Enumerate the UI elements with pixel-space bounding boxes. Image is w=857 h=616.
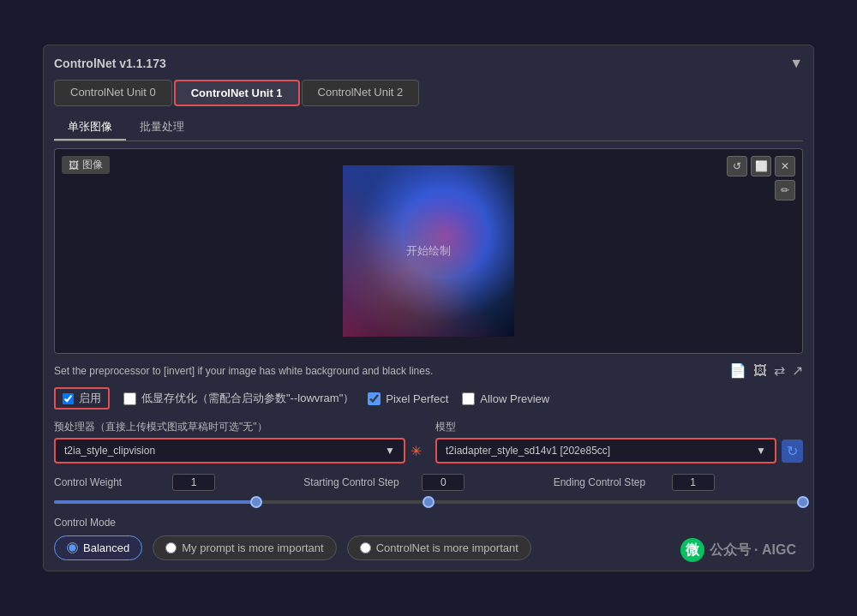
- low-vram-text: 低显存优化（需配合启动参数"--lowvram"）: [141, 391, 354, 406]
- image-label: 🖼 图像: [62, 156, 110, 174]
- image-controls-row-top: ↺ ⬜ ✕: [727, 156, 795, 176]
- radio-controlnet-important[interactable]: ControlNet is more important: [347, 535, 531, 560]
- sub-tabs: 单张图像 批量处理: [54, 115, 803, 141]
- hint-icons: 📄 🖼 ⇄ ↗: [729, 362, 803, 379]
- swap-icon[interactable]: ⇄: [774, 362, 785, 379]
- image-controls: ↺ ⬜ ✕ ✏: [727, 156, 795, 200]
- radio-controlnet-label: ControlNet is more important: [376, 541, 518, 554]
- hint-bar: Set the preprocessor to [invert] if your…: [54, 362, 803, 379]
- slider-thumb-2[interactable]: [423, 496, 434, 508]
- model-select-wrapper: t2iadapter_style_sd14v1 [202e85cc] ▼ ↻: [435, 438, 803, 463]
- tab-unit-0[interactable]: ControlNet Unit 0: [54, 80, 172, 106]
- sub-tab-single[interactable]: 单张图像: [54, 115, 126, 141]
- slider-thumb-3[interactable]: [797, 496, 809, 508]
- fire-icon[interactable]: ✳: [411, 443, 422, 459]
- send-icon[interactable]: ↗: [792, 362, 803, 379]
- combined-slider-track[interactable]: [54, 496, 803, 508]
- watermark: 微 公众号 · AIGC: [680, 538, 796, 562]
- slider-thumb-1[interactable]: [250, 496, 262, 508]
- preprocessor-model-row: 预处理器（直接上传模式图或草稿时可选"无"） t2ia_style_clipvi…: [54, 420, 803, 463]
- preprocessor-select[interactable]: t2ia_style_clipvision ▼: [54, 438, 405, 463]
- image-controls-row-bottom: ✏: [775, 180, 795, 200]
- pixel-perfect-label[interactable]: Pixel Perfect: [368, 392, 448, 405]
- rotate-icon[interactable]: ↺: [727, 156, 747, 176]
- watermark-text: 公众号 · AIGC: [710, 541, 796, 559]
- controlnet-panel: ControlNet v1.1.173 ▼ ControlNet Unit 0 …: [43, 45, 814, 571]
- radio-balanced-input[interactable]: [67, 542, 78, 553]
- doc-icon[interactable]: 📄: [729, 362, 746, 379]
- image-preview: 开始绘制: [343, 165, 514, 337]
- image-upload-area[interactable]: 🖼 图像 开始绘制 ↺ ⬜ ✕ ✏: [54, 148, 803, 354]
- model-select[interactable]: t2iadapter_style_sd14v1 [202e85cc] ▼: [435, 438, 776, 463]
- preprocessor-value: t2ia_style_clipvision: [64, 445, 155, 457]
- control-weight-value[interactable]: 1: [172, 474, 215, 491]
- model-value: t2iadapter_style_sd14v1 [202e85cc]: [446, 445, 610, 457]
- starting-step-value[interactable]: 0: [422, 474, 464, 491]
- tab-unit-1[interactable]: ControlNet Unit 1: [174, 80, 300, 106]
- preprocessor-label: 预处理器（直接上传模式图或草稿时可选"无"）: [54, 420, 422, 434]
- radio-prompt-label: My prompt is more important: [182, 541, 323, 554]
- allow-preview-checkbox[interactable]: [462, 392, 475, 405]
- radio-prompt-input[interactable]: [165, 542, 177, 553]
- refresh-icon[interactable]: ↻: [782, 440, 803, 463]
- image-placeholder-text: 开始绘制: [406, 243, 451, 259]
- controls-row: 启用 低显存优化（需配合启动参数"--lowvram"） Pixel Perfe…: [54, 387, 803, 410]
- preprocessor-dropdown-icon: ▼: [385, 445, 395, 457]
- enable-label[interactable]: 启用: [79, 391, 101, 406]
- sliders-row: Control Weight 1 Starting Control Step 0…: [54, 474, 803, 491]
- clear-icon[interactable]: ⬜: [751, 156, 771, 176]
- unit-tabs: ControlNet Unit 0 ControlNet Unit 1 Cont…: [54, 80, 803, 106]
- control-weight-segment: Control Weight 1: [54, 474, 303, 491]
- control-weight-label: Control Weight: [54, 476, 165, 488]
- ending-step-value[interactable]: 1: [672, 474, 715, 491]
- starting-step-label: Starting Control Step: [303, 476, 415, 488]
- radio-controlnet-input[interactable]: [360, 542, 371, 553]
- allow-preview-text: Allow Preview: [480, 392, 549, 405]
- allow-preview-label[interactable]: Allow Preview: [462, 392, 549, 405]
- panel-header: ControlNet v1.1.173 ▼: [54, 56, 803, 71]
- enable-checkbox[interactable]: [63, 393, 74, 404]
- radio-balanced-label: Balanced: [83, 541, 129, 554]
- image-icon: 🖼: [69, 159, 79, 171]
- sub-tab-batch[interactable]: 批量处理: [126, 115, 198, 141]
- close-icon[interactable]: ✕: [775, 156, 795, 176]
- wechat-icon-text: 微: [686, 541, 699, 559]
- radio-prompt-important[interactable]: My prompt is more important: [153, 535, 336, 560]
- model-label: 模型: [435, 420, 803, 434]
- low-vram-label[interactable]: 低显存优化（需配合启动参数"--lowvram"）: [123, 391, 354, 406]
- low-vram-checkbox[interactable]: [123, 392, 136, 405]
- edit-icon[interactable]: ✏: [775, 180, 795, 200]
- gallery-icon[interactable]: 🖼: [753, 363, 767, 379]
- enable-checkbox-wrapper: 启用: [54, 387, 110, 410]
- radio-balanced[interactable]: Balanced: [54, 535, 142, 560]
- preprocessor-group: 预处理器（直接上传模式图或草稿时可选"无"） t2ia_style_clipvi…: [54, 420, 422, 463]
- panel-title: ControlNet v1.1.173: [54, 57, 166, 70]
- preprocessor-select-wrapper: t2ia_style_clipvision ▼ ✳: [54, 438, 422, 463]
- pixel-perfect-checkbox[interactable]: [368, 392, 381, 405]
- collapse-button[interactable]: ▼: [789, 56, 803, 71]
- tab-unit-2[interactable]: ControlNet Unit 2: [302, 80, 420, 106]
- pixel-perfect-text: Pixel Perfect: [386, 392, 448, 405]
- wechat-icon: 微: [680, 538, 704, 562]
- starting-step-segment: Starting Control Step 0: [303, 474, 553, 491]
- ending-step-segment: Ending Control Step 1: [554, 474, 803, 491]
- model-group: 模型 t2iadapter_style_sd14v1 [202e85cc] ▼ …: [435, 420, 803, 463]
- control-mode-label: Control Mode: [54, 517, 803, 529]
- hint-text: Set the preprocessor to [invert] if your…: [54, 365, 433, 377]
- model-dropdown-icon: ▼: [756, 445, 766, 457]
- ending-step-label: Ending Control Step: [554, 476, 665, 488]
